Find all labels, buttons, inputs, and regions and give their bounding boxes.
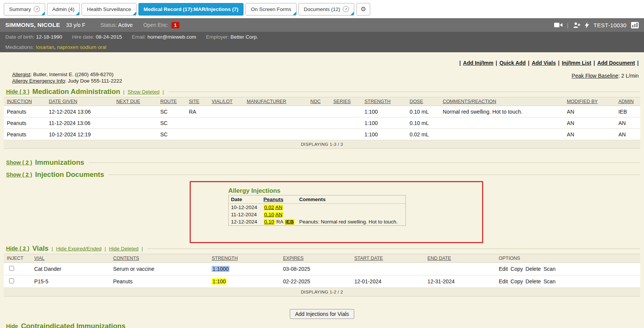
cell bbox=[113, 117, 157, 129]
column-header-start-date[interactable]: START DATE bbox=[351, 254, 424, 263]
column-header-route[interactable]: ROUTE bbox=[157, 97, 186, 106]
quick-link-inj-imm-list[interactable]: Inj/Imm List bbox=[562, 60, 591, 66]
admin-link[interactable]: AN bbox=[275, 205, 283, 210]
cell bbox=[440, 117, 564, 129]
popup-icon[interactable]: ↗ bbox=[34, 6, 40, 12]
option-copy[interactable]: Copy bbox=[510, 266, 523, 272]
hide-deleted-link[interactable]: Hide Deleted bbox=[109, 246, 138, 251]
show-deleted-link[interactable]: Show Deleted bbox=[127, 89, 159, 95]
inject-checkbox[interactable] bbox=[9, 266, 14, 271]
option-edit[interactable]: Edit bbox=[499, 278, 508, 284]
add-injections-button[interactable]: Add Injections for Vials bbox=[290, 309, 354, 319]
hide-expired-link[interactable]: Hide Expired/Ended bbox=[56, 246, 102, 251]
column-header-next-due[interactable]: NEXT DUE bbox=[113, 97, 157, 106]
option-scan[interactable]: Scan bbox=[543, 266, 556, 272]
column-header-series[interactable]: SERIES bbox=[330, 97, 361, 106]
allergy-col-peanuts[interactable]: Peanuts bbox=[261, 195, 297, 204]
allergy-row: 10-12-20240.02 AN bbox=[229, 204, 406, 211]
add-user-icon[interactable] bbox=[573, 22, 580, 28]
vials-toggle[interactable]: Hide ( 2 ) bbox=[6, 245, 29, 251]
allergy-dose-cell: 0.10 RA IEB bbox=[261, 218, 297, 226]
column-header-vial[interactable]: VIAL bbox=[31, 254, 110, 263]
injection-documents-toggle[interactable]: Show ( 2 ) bbox=[6, 172, 32, 178]
medication-link-losartan[interactable]: losartan bbox=[36, 44, 54, 50]
option-copy[interactable]: Copy bbox=[510, 278, 523, 284]
option-delete[interactable]: Delete bbox=[526, 266, 541, 272]
quick-link-add-vials[interactable]: Add Vials bbox=[532, 60, 556, 66]
contraindicated-toggle[interactable]: Hide bbox=[6, 323, 18, 328]
tab-documents-12[interactable]: Documents (12)↗ bbox=[298, 3, 354, 16]
flash-icon[interactable] bbox=[585, 22, 589, 28]
tab-label: Medical Record (17):MAR/Injections (7) bbox=[144, 6, 239, 12]
column-header-admin[interactable]: ADMIN bbox=[615, 97, 640, 106]
tab-admin-4[interactable]: Admin (4) bbox=[47, 3, 80, 16]
dose-highlight: 0.10 bbox=[264, 219, 275, 225]
column-header-end-date[interactable]: END DATE bbox=[424, 254, 496, 263]
column-header-manufacturer[interactable]: MANUFACTURER bbox=[244, 97, 308, 106]
allergy-header-row: Date Peanuts Comments bbox=[229, 195, 406, 204]
open-enc-label: Open Enc: bbox=[143, 22, 168, 28]
column-header-strength[interactable]: STRENGTH bbox=[361, 97, 407, 106]
column-header-comments-reaction[interactable]: COMMENTS/REACTION bbox=[440, 97, 564, 106]
allergy-date: 12-12-2024 bbox=[229, 218, 261, 226]
gear-icon[interactable]: ⚙ bbox=[357, 3, 370, 16]
medication-link-naproxen-sodium-oral[interactable]: naproxen sodium oral bbox=[57, 44, 106, 50]
vial-expires: 02-22-2025 bbox=[280, 275, 351, 288]
column-header-site[interactable]: SITE bbox=[186, 97, 209, 106]
tab-summary[interactable]: Summary↗ bbox=[4, 3, 45, 16]
column-header-dose[interactable]: DOSE bbox=[407, 97, 440, 106]
tab-on-screen-forms[interactable]: On Screen Forms bbox=[245, 3, 297, 16]
quick-link-add-document[interactable]: Add Document bbox=[597, 60, 635, 66]
allergy-row: 11-12-20240.10 AN bbox=[229, 211, 406, 218]
immunizations-toggle[interactable]: Show ( 2 ) bbox=[6, 159, 32, 166]
column-header-strength[interactable]: STRENGTH bbox=[209, 254, 280, 263]
cell bbox=[330, 117, 361, 129]
med-admin-title: Medication Administration bbox=[32, 87, 120, 96]
column-header-ndc[interactable]: NDC bbox=[307, 97, 330, 106]
med-admin-row[interactable]: Peanuts10-12-2024 12:19SC1:1000.02 mLANA… bbox=[4, 129, 640, 140]
column-header-modified-by[interactable]: MODIFIED BY bbox=[564, 97, 616, 106]
tab-health-surveillance[interactable]: Health Surveillance bbox=[82, 3, 136, 16]
allergy-emergency-link[interactable]: Allergy Emergency Info bbox=[12, 78, 65, 84]
allergy-injections-panel: Allergy Injections Date Peanuts Comments… bbox=[228, 187, 406, 226]
option-scan[interactable]: Scan bbox=[543, 278, 556, 284]
camera-icon[interactable] bbox=[554, 22, 562, 28]
status-label: Status: bbox=[101, 22, 117, 28]
option-edit[interactable]: Edit bbox=[499, 266, 508, 272]
allergy-emergency-line: Allergy Emergency Info: Judy Doe 555-111… bbox=[12, 78, 122, 84]
top-row: Allergist: Butler, Internist E. ((260) 4… bbox=[4, 52, 640, 84]
tab-medical-record-17-mar-injections-7[interactable]: Medical Record (17):MAR/Injections (7) bbox=[138, 3, 244, 16]
allergist-link[interactable]: Allergist bbox=[12, 72, 30, 77]
open-enc-badge[interactable]: 1 bbox=[171, 22, 179, 28]
vial-start-date bbox=[351, 263, 424, 275]
quick-link-add-inj-imm[interactable]: Add Inj/Imm bbox=[463, 60, 493, 66]
cell bbox=[244, 117, 308, 129]
med-admin-toggle[interactable]: Hide ( 3 ) bbox=[6, 89, 29, 95]
cell bbox=[209, 117, 243, 129]
demo-field-hire-date: Hire date: 08-24-2015 bbox=[72, 34, 122, 40]
med-admin-row[interactable]: Peanuts12-12-2024 13:06SCRA1:1000.10 mLN… bbox=[4, 106, 640, 117]
bar-chart-icon[interactable] bbox=[631, 22, 639, 28]
dose-link[interactable]: 0.10 bbox=[264, 212, 274, 217]
dose-link[interactable]: 0.02 bbox=[264, 205, 274, 210]
status-value: Active bbox=[118, 22, 133, 28]
admin-link[interactable]: AN bbox=[275, 212, 283, 217]
column-header-injection[interactable]: INJECTION bbox=[4, 97, 46, 106]
peak-flow-link[interactable]: Peak Flow Baseline bbox=[572, 73, 618, 79]
med-admin-row[interactable]: Peanuts11-12-2024 13:06SC1:1000.10 mLANA… bbox=[4, 117, 640, 129]
quick-link-quick-add[interactable]: Quick Add bbox=[499, 60, 526, 66]
column-header-expires[interactable]: EXPIRES bbox=[280, 254, 351, 263]
allergy-comments bbox=[297, 204, 406, 211]
peanuts-column-link[interactable]: Peanuts bbox=[264, 197, 284, 202]
vial-strength: 1:100 bbox=[209, 275, 280, 288]
button-row: Add Injections for Vials bbox=[4, 309, 640, 319]
admin-link[interactable]: IEB bbox=[285, 219, 294, 225]
popup-icon[interactable]: ↗ bbox=[343, 6, 349, 12]
inject-checkbox[interactable] bbox=[9, 278, 14, 283]
option-delete[interactable]: Delete bbox=[526, 278, 541, 284]
column-header-contents[interactable]: CONTENTS bbox=[110, 254, 209, 263]
column-header-date-given[interactable]: DATE GIVEN bbox=[46, 97, 113, 106]
column-header-vial-lot[interactable]: VIAL/LOT bbox=[209, 97, 243, 106]
dose-link[interactable]: 0.10 bbox=[264, 219, 274, 225]
vials-body: Cat DanderSerum or vaccine1:100003-08-20… bbox=[4, 263, 640, 288]
